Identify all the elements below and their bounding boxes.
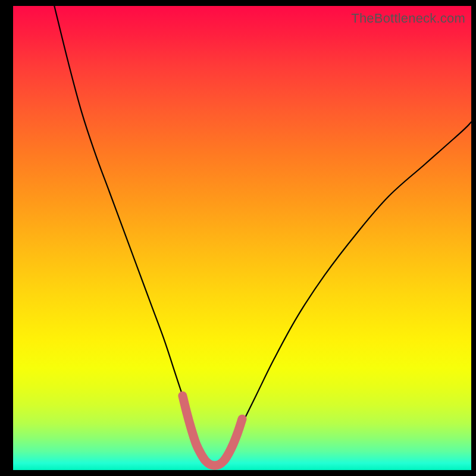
- curve-layer: [13, 6, 471, 470]
- bottleneck-curve: [54, 6, 471, 466]
- chart-stage: TheBottleneck.com: [0, 0, 476, 476]
- optimal-range-highlight: [183, 396, 242, 465]
- plot-area: TheBottleneck.com: [13, 6, 471, 470]
